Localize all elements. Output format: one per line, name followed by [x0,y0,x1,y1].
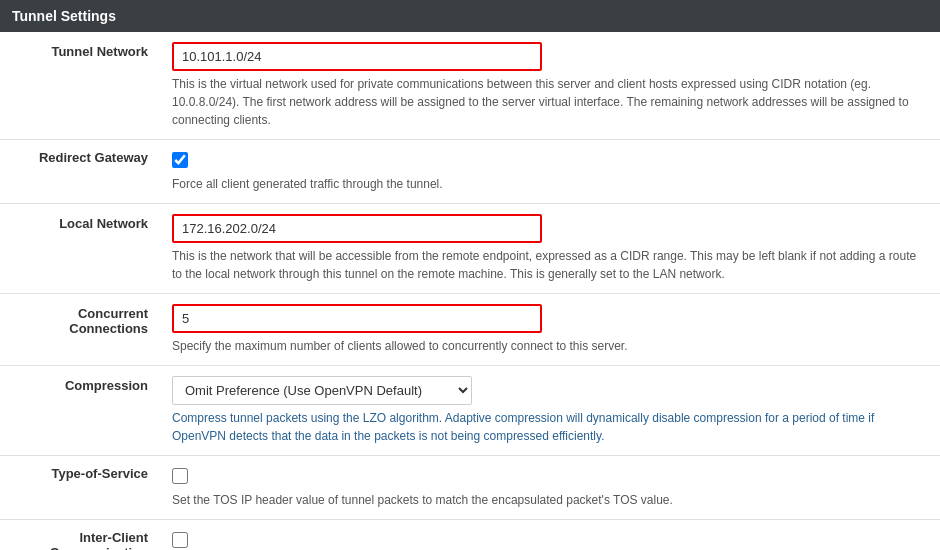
local-network-input[interactable] [172,214,542,243]
compression-row: Compression Omit Preference (Use OpenVPN… [0,366,940,456]
concurrent-connections-row: Concurrent Connections Specify the maxim… [0,294,940,366]
redirect-gateway-help: Force all client generated traffic throu… [172,175,922,193]
local-network-help: This is the network that will be accessi… [172,247,922,283]
inter-client-communication-label: Inter-ClientCommunication [0,520,160,551]
concurrent-connections-cell: Specify the maximum number of clients al… [160,294,940,366]
compression-cell: Omit Preference (Use OpenVPN Default) Di… [160,366,940,456]
panel-header: Tunnel Settings [0,0,940,32]
local-network-cell: This is the network that will be accessi… [160,204,940,294]
concurrent-connections-label: Concurrent Connections [0,294,160,366]
tunnel-network-help: This is the virtual network used for pri… [172,75,922,129]
type-of-service-row: Type-of-Service Set the TOS IP header va… [0,456,940,520]
compression-help: Compress tunnel packets using the LZO al… [172,409,922,445]
panel-title: Tunnel Settings [12,8,116,24]
concurrent-connections-input[interactable] [172,304,542,333]
inter-client-communication-row: Inter-ClientCommunication Allow communic… [0,520,940,551]
inter-client-communication-checkbox[interactable] [172,532,188,548]
compression-label: Compression [0,366,160,456]
type-of-service-cell: Set the TOS IP header value of tunnel pa… [160,456,940,520]
local-network-label: Local Network [0,204,160,294]
local-network-row: Local Network This is the network that w… [0,204,940,294]
inter-client-communication-cell: Allow communication between clients conn… [160,520,940,551]
tunnel-network-label: Tunnel Network [0,32,160,140]
type-of-service-label: Type-of-Service [0,456,160,520]
redirect-gateway-checkbox[interactable] [172,152,188,168]
tunnel-network-input[interactable] [172,42,542,71]
redirect-gateway-label: Redirect Gateway [0,140,160,204]
type-of-service-help: Set the TOS IP header value of tunnel pa… [172,491,922,509]
type-of-service-checkbox[interactable] [172,468,188,484]
redirect-gateway-cell: Force all client generated traffic throu… [160,140,940,204]
redirect-gateway-row: Redirect Gateway Force all client genera… [0,140,940,204]
compression-select[interactable]: Omit Preference (Use OpenVPN Default) Di… [172,376,472,405]
tunnel-network-cell: This is the virtual network used for pri… [160,32,940,140]
tunnel-network-row: Tunnel Network This is the virtual netwo… [0,32,940,140]
concurrent-connections-help: Specify the maximum number of clients al… [172,337,922,355]
